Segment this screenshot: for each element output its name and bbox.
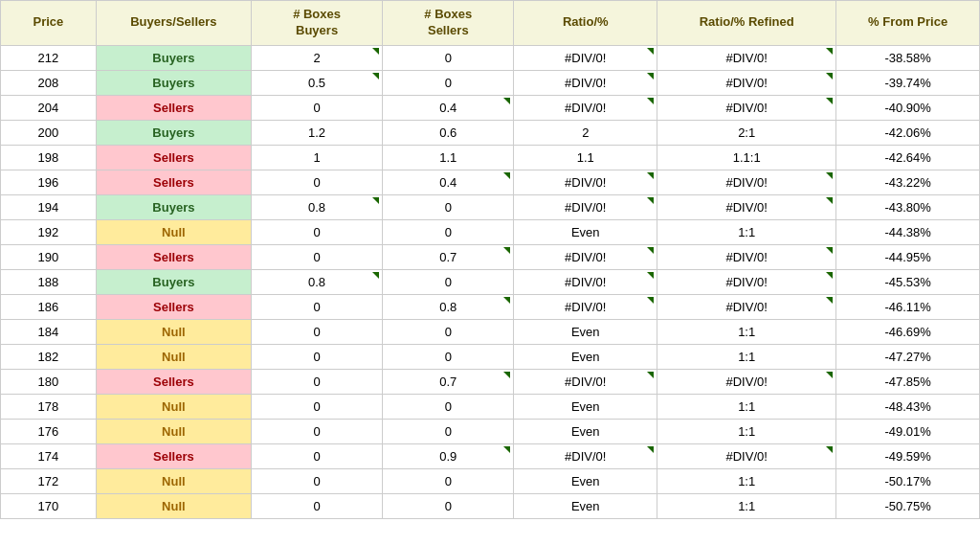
cell-ratio-refined: 1:1 (657, 493, 836, 518)
cell-ratio: Even (514, 419, 657, 443)
cell-boxes-sellers: 0 (383, 269, 514, 294)
cell-price: 208 (1, 70, 97, 95)
cell-buyers-sellers: Null (96, 344, 251, 369)
cell-price: 182 (1, 344, 97, 369)
cell-ratio-refined: #DIV/0! (657, 294, 836, 319)
cell-boxes-sellers: 0 (383, 194, 514, 219)
cell-buyers-sellers: Sellers (96, 244, 251, 269)
cell-buyers-sellers: Sellers (96, 443, 251, 468)
cell-boxes-sellers: 0 (383, 344, 514, 369)
cell-price: 194 (1, 194, 97, 219)
cell-from-price: -47.85% (836, 369, 980, 394)
cell-price: 174 (1, 443, 97, 468)
cell-ratio: Even (514, 219, 657, 244)
cell-buyers-sellers: Buyers (96, 45, 251, 70)
arrow-down-icon (826, 172, 833, 179)
cell-from-price: -46.11% (836, 294, 980, 319)
cell-boxes-buyers: 0 (251, 244, 382, 269)
cell-buyers-sellers: Null (96, 219, 251, 244)
cell-boxes-buyers: 0 (251, 468, 382, 493)
cell-price: 190 (1, 244, 97, 269)
cell-buyers-sellers: Sellers (96, 145, 251, 170)
arrow-down-icon (647, 372, 654, 378)
cell-boxes-buyers: 0 (251, 219, 382, 244)
cell-price: 192 (1, 219, 97, 244)
cell-ratio-refined: #DIV/0! (657, 194, 836, 219)
cell-price: 212 (1, 45, 97, 70)
arrow-down-icon (647, 247, 654, 254)
cell-price: 196 (1, 170, 97, 194)
cell-ratio: #DIV/0! (514, 294, 657, 319)
cell-buyers-sellers: Null (96, 419, 251, 443)
cell-price: 180 (1, 369, 97, 394)
arrow-down-icon (647, 297, 654, 304)
cell-ratio-refined: #DIV/0! (657, 443, 836, 468)
cell-price: 198 (1, 145, 97, 170)
cell-from-price: -40.90% (836, 95, 980, 120)
arrow-down-icon (372, 73, 379, 79)
arrow-down-icon (647, 73, 654, 79)
cell-ratio-refined: 1:1 (657, 468, 836, 493)
arrow-down-icon (826, 247, 833, 254)
cell-boxes-buyers: 0 (251, 170, 382, 194)
main-table: Price Buyers/Sellers # BoxesBuyers # Box… (0, 0, 980, 519)
cell-boxes-sellers: 0 (383, 394, 514, 419)
cell-boxes-sellers: 0.8 (383, 294, 514, 319)
cell-boxes-buyers: 2 (251, 45, 382, 70)
cell-buyers-sellers: Buyers (96, 269, 251, 294)
cell-boxes-buyers: 1.2 (251, 120, 382, 145)
cell-ratio-refined: 2:1 (657, 120, 836, 145)
header-boxes-sellers: # BoxesSellers (383, 1, 514, 46)
cell-ratio-refined: 1:1 (657, 419, 836, 443)
cell-buyers-sellers: Sellers (96, 170, 251, 194)
cell-boxes-buyers: 0 (251, 493, 382, 518)
arrow-down-icon (826, 197, 833, 204)
arrow-down-icon (372, 48, 379, 55)
header-price: Price (1, 1, 97, 46)
cell-from-price: -48.43% (836, 394, 980, 419)
cell-buyers-sellers: Sellers (96, 369, 251, 394)
cell-ratio-refined: #DIV/0! (657, 244, 836, 269)
cell-from-price: -42.06% (836, 120, 980, 145)
cell-boxes-sellers: 0.9 (383, 443, 514, 468)
cell-price: 172 (1, 468, 97, 493)
cell-ratio: #DIV/0! (514, 244, 657, 269)
header-buyers-sellers: Buyers/Sellers (96, 1, 251, 46)
header-ratio-refined: Ratio/% Refined (657, 1, 836, 46)
cell-buyers-sellers: Sellers (96, 294, 251, 319)
cell-from-price: -38.58% (836, 45, 980, 70)
table-wrapper: Price Buyers/Sellers # BoxesBuyers # Box… (0, 0, 980, 519)
cell-price: 178 (1, 394, 97, 419)
cell-price: 176 (1, 419, 97, 443)
cell-ratio-refined: 1:1 (657, 344, 836, 369)
arrow-down-icon (647, 197, 654, 204)
cell-price: 188 (1, 269, 97, 294)
cell-boxes-sellers: 1.1 (383, 145, 514, 170)
cell-boxes-sellers: 0 (383, 468, 514, 493)
cell-ratio: Even (514, 344, 657, 369)
cell-boxes-buyers: 0.8 (251, 194, 382, 219)
cell-price: 204 (1, 95, 97, 120)
cell-from-price: -42.64% (836, 145, 980, 170)
cell-boxes-sellers: 0 (383, 45, 514, 70)
cell-ratio-refined: #DIV/0! (657, 70, 836, 95)
cell-ratio: #DIV/0! (514, 45, 657, 70)
cell-boxes-sellers: 0.7 (383, 369, 514, 394)
cell-boxes-buyers: 0 (251, 419, 382, 443)
cell-buyers-sellers: Null (96, 468, 251, 493)
cell-boxes-buyers: 0 (251, 319, 382, 344)
arrow-down-icon (826, 297, 833, 304)
arrow-down-icon (826, 372, 833, 378)
cell-buyers-sellers: Null (96, 319, 251, 344)
cell-ratio: #DIV/0! (514, 269, 657, 294)
arrow-down-icon (647, 172, 654, 179)
cell-boxes-buyers: 1 (251, 145, 382, 170)
cell-ratio: #DIV/0! (514, 443, 657, 468)
cell-ratio: Even (514, 319, 657, 344)
arrow-down-icon (503, 172, 510, 179)
cell-ratio: #DIV/0! (514, 70, 657, 95)
arrow-down-icon (503, 372, 510, 378)
cell-boxes-buyers: 0 (251, 443, 382, 468)
cell-price: 170 (1, 493, 97, 518)
cell-boxes-sellers: 0 (383, 219, 514, 244)
